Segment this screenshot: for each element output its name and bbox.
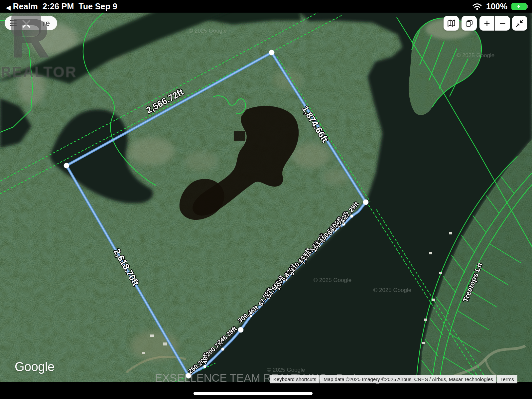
status-date: Tue Sep 9	[78, 2, 117, 11]
wifi-icon	[472, 2, 482, 10]
collapse-button[interactable]	[512, 16, 527, 31]
google-logo: Google	[15, 360, 55, 374]
back-app-name: Realm	[13, 2, 38, 11]
zoom-controls: + −	[479, 16, 510, 31]
map-copyright: © 2025 Google	[457, 52, 495, 59]
back-to-app-button[interactable]: ◀ Realm	[6, 2, 38, 11]
map-copyright: © 2025 Google	[373, 287, 412, 293]
status-time: 2:26 PM	[43, 2, 74, 11]
battery-percent: 100%	[486, 2, 507, 11]
map-copyright: © 2025 Google	[314, 277, 352, 283]
screen: 2,566.72ft 1,874.66ft 2,618.70ft 250.20f…	[0, 0, 532, 399]
status-bar: ◀ Realm 2:26 PM Tue Sep 9 100%	[0, 0, 532, 13]
charging-bolt-icon	[516, 3, 522, 9]
collapse-icon	[515, 19, 524, 28]
close-button[interactable]: ✕	[11, 12, 41, 36]
battery-icon	[511, 3, 527, 10]
map-copyright: © 2025 Google	[189, 28, 227, 34]
copy-icon	[465, 19, 474, 28]
home-indicator[interactable]	[194, 392, 313, 395]
zoom-in-button[interactable]: +	[479, 16, 494, 31]
map-type-button[interactable]	[444, 16, 459, 31]
back-chevron-icon: ◀	[6, 4, 11, 11]
terms-link[interactable]: Terms	[497, 375, 517, 383]
keyboard-shortcuts-link[interactable]: Keyboard shortcuts	[270, 375, 320, 383]
zoom-out-button[interactable]: −	[495, 16, 510, 31]
map-data-attribution: Map data ©2025 Imagery ©2025 Airbus, CNE…	[320, 375, 496, 383]
map-icon	[446, 18, 456, 28]
copy-map-button[interactable]	[462, 16, 477, 31]
close-icon: ✕	[20, 16, 32, 32]
attribution-bar: Keyboard shortcuts Map data ©2025 Imager…	[270, 375, 517, 383]
pill-label-fragment: re	[43, 19, 50, 28]
satellite-map[interactable]: 2,566.72ft 1,874.66ft 2,618.70ft 250.20f…	[0, 0, 532, 399]
